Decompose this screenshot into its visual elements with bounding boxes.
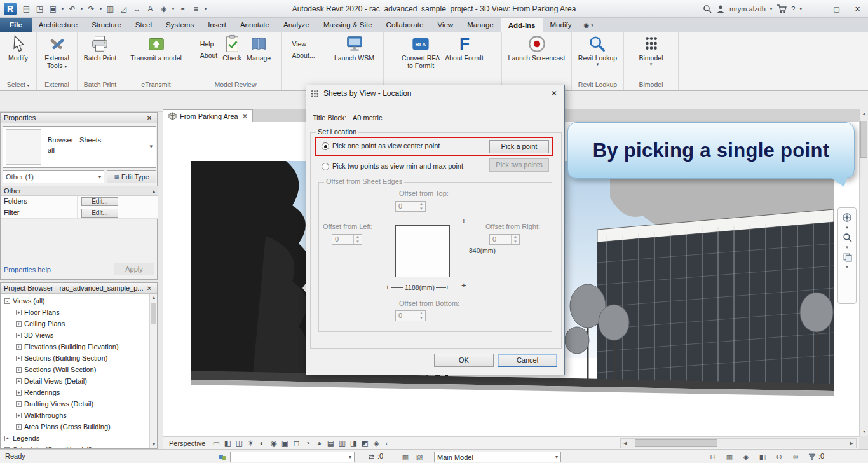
active-only-icon[interactable]: ▧ xyxy=(414,452,424,462)
worksets-icon[interactable] xyxy=(217,452,227,462)
chevron-down-icon[interactable]: ▾ xyxy=(846,265,848,269)
hide-analytical-model-icon[interactable]: ◨ xyxy=(348,438,359,449)
zoom-icon[interactable] xyxy=(841,231,853,244)
apply-button[interactable]: Apply xyxy=(114,263,154,275)
customize-qat-icon[interactable]: ▾ xyxy=(203,2,208,16)
help-dropdown-icon[interactable]: ▾ xyxy=(799,6,802,11)
tab-massing-site[interactable]: Massing & Site xyxy=(316,18,379,32)
spinner-arrows-icon[interactable]: ▲▼ xyxy=(417,311,425,321)
tree-item-views-all[interactable]: -Views (all) xyxy=(4,296,45,306)
dialog-title-bar[interactable]: Sheets by View - Location ✕ xyxy=(306,85,564,102)
tab-systems[interactable]: Systems xyxy=(159,18,201,32)
thin-lines-icon[interactable]: ≡ xyxy=(189,2,203,16)
select-pinned-icon[interactable]: ◈ xyxy=(741,452,751,462)
radio-pick-one-point[interactable] xyxy=(322,142,329,150)
convert-rfa-button[interactable]: RFA Convert RFA to FormIt xyxy=(400,34,442,79)
panel-label-select[interactable]: Select ▾ xyxy=(0,79,36,90)
temporary-hide-isolate-icon[interactable]: ◔ xyxy=(302,438,313,449)
selection-filter-icon[interactable] xyxy=(807,452,817,462)
property-group-other[interactable]: Other▴ xyxy=(1,186,158,196)
user-dropdown-icon[interactable]: ▾ xyxy=(770,6,773,11)
close-button[interactable]: ✕ xyxy=(847,0,868,18)
expand-icon[interactable]: + xyxy=(16,356,22,361)
ok-button[interactable]: OK xyxy=(434,354,494,367)
spinner-arrows-icon[interactable]: ▲▼ xyxy=(417,202,425,211)
minimize-button[interactable]: – xyxy=(805,0,826,18)
manage-button[interactable]: Manage xyxy=(245,34,273,79)
open-icon[interactable]: ◳ xyxy=(33,2,46,16)
tree-item-area-plans[interactable]: +Area Plans (Gross Building) xyxy=(16,422,111,432)
edit-type-button[interactable]: ▦Edit Type xyxy=(107,170,156,183)
tree-item-floor-plans[interactable]: +Floor Plans xyxy=(16,307,60,317)
pan-sheets-icon[interactable] xyxy=(841,251,853,263)
tab-insert[interactable]: Insert xyxy=(201,18,233,32)
measure-icon[interactable]: ◿ xyxy=(117,2,130,16)
tree-item-drafting-views[interactable]: +Drafting Views (Detail) xyxy=(16,399,93,409)
worksharing-display-icon[interactable]: ▤ xyxy=(325,438,336,449)
wsm-view-button[interactable]: View xyxy=(290,39,308,48)
properties-help-link[interactable]: Properties help xyxy=(4,266,51,273)
modify-button[interactable]: Modify xyxy=(6,34,30,79)
drag-on-selection-icon[interactable]: ⊙ xyxy=(774,452,784,462)
tree-item-elevations[interactable]: +Elevations (Building Elevation) xyxy=(16,342,119,352)
tab-annotate[interactable]: Annotate xyxy=(233,18,276,32)
about-button[interactable]: About xyxy=(198,51,219,60)
signed-in-user[interactable]: mrym.alzdh xyxy=(729,5,766,13)
properties-close-icon[interactable]: ✕ xyxy=(145,114,154,121)
view-tab-from-parking-area[interactable]: From Parking Area ✕ xyxy=(163,109,253,122)
launch-screencast-button[interactable]: Launch Screencast xyxy=(506,34,567,79)
displacement-icon[interactable]: ◈ xyxy=(370,438,382,449)
save-icon[interactable]: ▣ xyxy=(46,2,60,16)
tab-file[interactable]: File xyxy=(0,18,32,32)
scroll-left-icon[interactable]: ◀ xyxy=(621,441,630,446)
scrollbar-thumb[interactable] xyxy=(860,121,867,158)
collapse-group-icon[interactable]: ▴ xyxy=(153,188,155,194)
about-formit-button[interactable]: F About FormIt xyxy=(443,34,485,79)
scrollbar-thumb[interactable] xyxy=(151,303,156,324)
bimodel-button[interactable]: Bimodel ▾ xyxy=(637,34,665,79)
launch-wsm-button[interactable]: Launch WSM xyxy=(332,34,376,79)
steering-wheel-icon[interactable] xyxy=(841,211,853,224)
maximize-button[interactable]: ▢ xyxy=(826,0,847,18)
horizontal-scrollbar[interactable]: ◀ ▶ xyxy=(620,438,857,448)
show-crop-region-icon[interactable]: ◻ xyxy=(290,438,302,449)
tree-item-schedules[interactable]: +Schedules/Quantities (all) xyxy=(4,445,92,448)
tree-item-sections-wall[interactable]: +Sections (Wall Section) xyxy=(16,364,96,375)
tree-item-ceiling-plans[interactable]: +Ceiling Plans xyxy=(16,319,65,329)
new-document-icon[interactable]: ▤ xyxy=(20,2,33,16)
sun-path-icon[interactable]: ☀ xyxy=(245,438,256,449)
expand-icon[interactable]: + xyxy=(4,447,10,449)
dialog-close-icon[interactable]: ✕ xyxy=(548,89,560,98)
detail-level-icon[interactable]: ◧ xyxy=(222,438,233,449)
expand-icon[interactable]: + xyxy=(16,390,22,396)
type-selector-caret-icon[interactable]: ▾ xyxy=(149,143,153,149)
tree-item-legends[interactable]: +Legends xyxy=(4,433,39,443)
visual-style-icon[interactable]: ◫ xyxy=(233,438,245,449)
type-selector[interactable]: Browser - Sheets all ▾ xyxy=(3,126,156,168)
view-dropdown-icon[interactable]: ▾ xyxy=(170,2,176,16)
expand-icon[interactable]: + xyxy=(16,310,22,315)
text-icon[interactable]: A xyxy=(144,2,157,16)
collapse-icon[interactable]: - xyxy=(4,298,10,304)
expand-icon[interactable]: + xyxy=(16,378,22,384)
properties-filter-combo[interactable]: Other (1)▾ xyxy=(3,170,104,183)
print-icon[interactable]: ▥ xyxy=(104,2,117,16)
offset-right-spinner[interactable]: 0 ▲▼ xyxy=(489,234,520,245)
tab-structure[interactable]: Structure xyxy=(85,18,128,32)
scroll-right-icon[interactable]: ▶ xyxy=(847,441,856,446)
render-icon[interactable]: ◉ xyxy=(268,438,279,449)
tree-item-renderings[interactable]: +Renderings xyxy=(16,387,60,397)
redo-dropdown-icon[interactable]: ▾ xyxy=(98,2,104,16)
batch-print-button[interactable]: Batch Print xyxy=(82,34,118,79)
expand-icon[interactable]: + xyxy=(16,401,22,407)
expand-icon[interactable]: + xyxy=(16,413,22,418)
tab-modify[interactable]: Modify xyxy=(543,18,579,32)
select-underlay-icon[interactable]: ▦ xyxy=(724,452,735,462)
cancel-button[interactable]: Cancel xyxy=(498,354,557,367)
search-icon[interactable] xyxy=(703,4,712,13)
wsm-about-button[interactable]: About... xyxy=(290,51,316,60)
vertical-scrollbar[interactable]: ▲ ▼ xyxy=(859,109,868,436)
default-3d-view-icon[interactable]: ◈ xyxy=(157,2,170,16)
section-icon[interactable]: ◓ xyxy=(176,2,189,16)
chevron-down-icon[interactable]: ▾ xyxy=(846,225,848,230)
